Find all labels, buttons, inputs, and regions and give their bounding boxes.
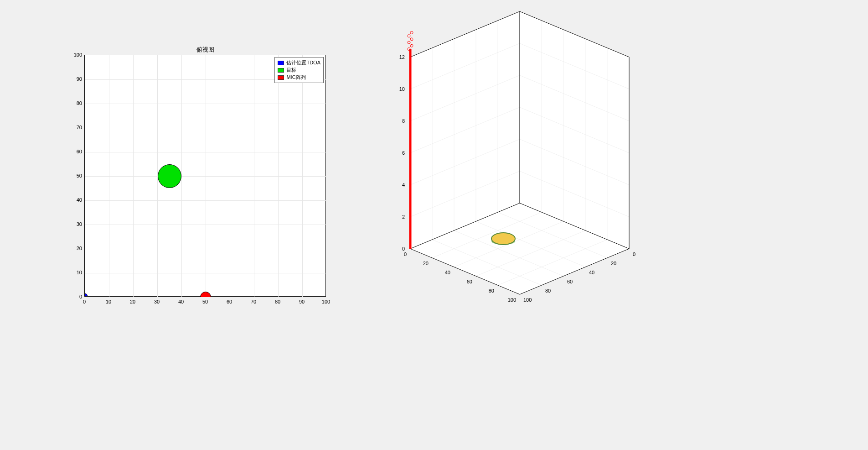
chart-2d-axes: 估计位置TDOA 目标 MIC阵列: [84, 55, 326, 297]
tick3d-label: 6: [402, 150, 405, 156]
legend-swatch-green: [278, 68, 284, 73]
tick3d-label: 40: [589, 270, 594, 275]
ytick-label: 30: [68, 221, 82, 227]
point-target: [158, 164, 181, 188]
chart-title-left: 俯视图: [84, 46, 326, 54]
tick3d-label: 100: [523, 297, 532, 303]
mic-marker-icon: [408, 41, 410, 44]
ytick-label: 0: [68, 294, 82, 299]
legend-swatch-blue: [278, 61, 284, 65]
tick3d-label: 12: [399, 54, 405, 60]
ytick-label: 50: [68, 173, 82, 178]
xtick-label: 30: [150, 299, 164, 304]
mic-marker-icon: [410, 44, 413, 47]
ytick-label: 20: [68, 246, 82, 251]
tick3d-label: 80: [489, 288, 494, 293]
tick3d-label: 20: [611, 261, 616, 266]
legend-label-blue: 估计位置TDOA: [286, 59, 320, 66]
tick3d-label: 40: [445, 270, 450, 275]
tick3d-label: 4: [402, 182, 405, 188]
tick3d-label: 0: [404, 251, 407, 257]
tick3d-label: 2: [402, 214, 405, 220]
ytick-label: 90: [68, 76, 82, 82]
mic-marker-icon: [410, 38, 413, 41]
target-blob: [491, 233, 515, 245]
legend-label-red: MIC阵列: [286, 74, 305, 81]
legend: 估计位置TDOA 目标 MIC阵列: [274, 57, 324, 83]
xtick-label: 60: [222, 299, 236, 304]
ytick-label: 70: [68, 125, 82, 130]
xtick-label: 0: [78, 299, 91, 304]
tick3d-label: 60: [467, 279, 472, 284]
tick3d-label: 0: [633, 251, 636, 257]
xtick-label: 50: [198, 299, 212, 304]
xtick-label: 40: [174, 299, 188, 304]
ytick-label: 100: [68, 52, 82, 58]
ytick-label: 60: [68, 149, 82, 154]
tick3d-label: 10: [399, 86, 405, 92]
legend-swatch-red: [278, 75, 284, 80]
ytick-label: 40: [68, 197, 82, 203]
tick3d-label: 20: [423, 261, 429, 266]
chart-3d-axes: 020406080100020406080100024681012: [374, 32, 666, 333]
tick3d-label: 80: [545, 288, 551, 293]
tick3d-label: 0: [402, 246, 405, 251]
mic-marker-icon: [410, 31, 413, 34]
tick3d-label: 100: [508, 297, 516, 303]
xtick-label: 90: [295, 299, 309, 304]
xtick-label: 100: [319, 299, 333, 304]
mic-marker-icon: [408, 35, 410, 37]
tick3d-label: 60: [567, 279, 573, 284]
legend-label-green: 目标: [286, 67, 296, 73]
tick3d-label: 8: [402, 118, 405, 124]
xtick-label: 20: [126, 299, 140, 304]
xtick-label: 10: [102, 299, 115, 304]
ytick-label: 80: [68, 100, 82, 106]
ytick-label: 10: [68, 270, 82, 275]
xtick-label: 70: [247, 299, 260, 304]
point-tdoa: [83, 293, 88, 298]
xtick-label: 80: [271, 299, 284, 304]
